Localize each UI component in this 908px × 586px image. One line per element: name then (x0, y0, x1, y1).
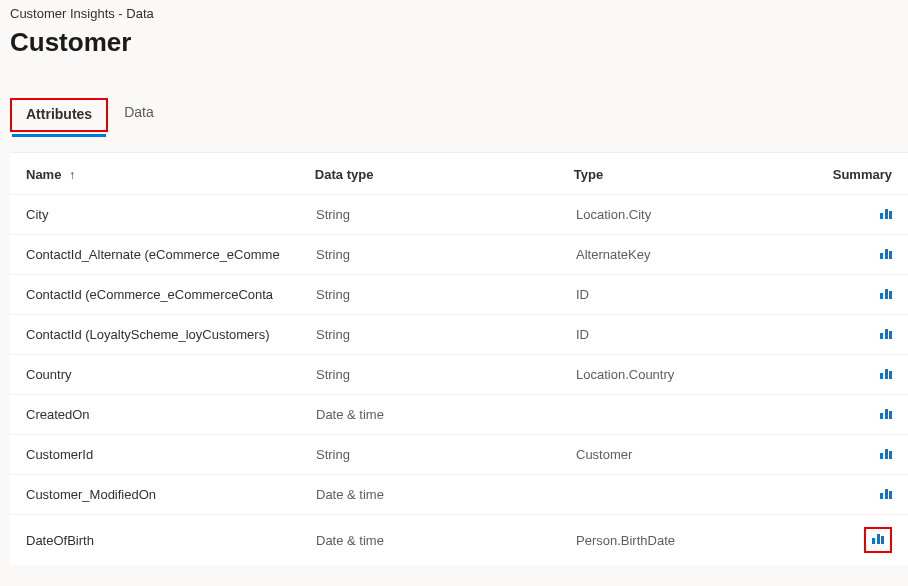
cell-summary (836, 367, 892, 382)
bar-chart-icon[interactable] (880, 367, 892, 379)
cell-type: AlternateKey (576, 247, 836, 262)
bar-chart-icon[interactable] (880, 407, 892, 419)
col-header-summary[interactable]: Summary (833, 167, 892, 182)
cell-datatype: Date & time (316, 407, 576, 422)
cell-name: ContactId_Alternate (eCommerce_eComme (26, 247, 316, 262)
cell-datatype: String (316, 247, 576, 262)
cell-datatype: String (316, 367, 576, 382)
cell-summary (836, 247, 892, 262)
col-header-datatype-label: Data type (315, 167, 374, 182)
bar-chart-icon[interactable] (880, 487, 892, 499)
bar-chart-icon[interactable] (880, 327, 892, 339)
cell-datatype: String (316, 287, 576, 302)
tab-data-label: Data (124, 104, 154, 120)
cell-type: Person.BirthDate (576, 533, 836, 548)
table-row[interactable]: DateOfBirthDate & timePerson.BirthDate (10, 514, 908, 565)
col-header-name[interactable]: Name ↑ (26, 167, 315, 182)
cell-datatype: Date & time (316, 533, 576, 548)
page-title: Customer (10, 27, 908, 58)
col-header-type[interactable]: Type (574, 167, 833, 182)
cell-summary (836, 207, 892, 222)
tab-attributes[interactable]: Attributes (10, 98, 108, 132)
table-row[interactable]: ContactId (eCommerce_eCommerceContaStrin… (10, 274, 908, 314)
col-header-summary-label: Summary (833, 167, 892, 182)
table-row[interactable]: ContactId_Alternate (eCommerce_eCommeStr… (10, 234, 908, 274)
tabs: Attributes Data (10, 98, 908, 132)
cell-summary (836, 287, 892, 302)
cell-summary (836, 447, 892, 462)
summary-highlight (864, 527, 892, 553)
table-row[interactable]: CreatedOnDate & time (10, 394, 908, 434)
cell-datatype: String (316, 207, 576, 222)
bar-chart-icon[interactable] (872, 532, 884, 544)
cell-name: CreatedOn (26, 407, 316, 422)
bar-chart-icon[interactable] (880, 247, 892, 259)
table-row[interactable]: ContactId (LoyaltyScheme_loyCustomers)St… (10, 314, 908, 354)
cell-name: Country (26, 367, 316, 382)
attributes-table: Name ↑ Data type Type Summary CityString… (10, 153, 908, 565)
col-header-datatype[interactable]: Data type (315, 167, 574, 182)
table-row[interactable]: CountryStringLocation.Country (10, 354, 908, 394)
cell-summary (836, 407, 892, 422)
cell-type: ID (576, 327, 836, 342)
table-header: Name ↑ Data type Type Summary (10, 153, 908, 194)
bar-chart-icon[interactable] (880, 287, 892, 299)
cell-name: CustomerId (26, 447, 316, 462)
cell-summary (836, 487, 892, 502)
cell-datatype: String (316, 327, 576, 342)
table-row[interactable]: Customer_ModifiedOnDate & time (10, 474, 908, 514)
sort-asc-icon: ↑ (69, 168, 75, 182)
breadcrumb: Customer Insights - Data (10, 6, 908, 21)
cell-summary (836, 527, 892, 553)
tab-data[interactable]: Data (108, 98, 168, 132)
cell-type: Location.Country (576, 367, 836, 382)
attributes-panel: Name ↑ Data type Type Summary CityString… (10, 152, 908, 565)
bar-chart-icon[interactable] (880, 207, 892, 219)
cell-type: ID (576, 287, 836, 302)
cell-name: ContactId (eCommerce_eCommerceConta (26, 287, 316, 302)
col-header-type-label: Type (574, 167, 603, 182)
cell-type: Location.City (576, 207, 836, 222)
tab-attributes-label: Attributes (26, 106, 92, 122)
cell-datatype: String (316, 447, 576, 462)
table-row[interactable]: CustomerIdStringCustomer (10, 434, 908, 474)
cell-summary (836, 327, 892, 342)
cell-name: City (26, 207, 316, 222)
cell-type: Customer (576, 447, 836, 462)
cell-name: DateOfBirth (26, 533, 316, 548)
cell-name: ContactId (LoyaltyScheme_loyCustomers) (26, 327, 316, 342)
cell-datatype: Date & time (316, 487, 576, 502)
table-row[interactable]: CityStringLocation.City (10, 194, 908, 234)
cell-name: Customer_ModifiedOn (26, 487, 316, 502)
col-header-name-label: Name (26, 167, 61, 182)
bar-chart-icon[interactable] (880, 447, 892, 459)
